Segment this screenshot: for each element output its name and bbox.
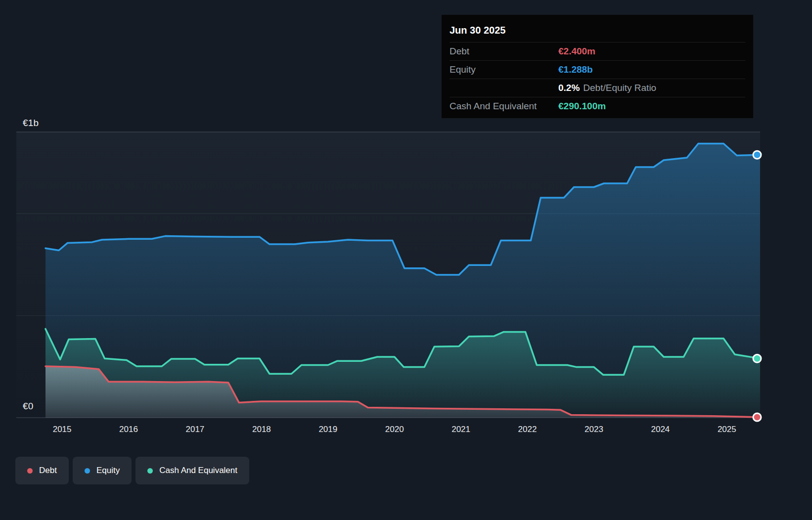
debt-legend-dot-icon [27, 468, 33, 474]
tooltip-equity-value: €1.288b [558, 64, 593, 75]
x-axis-label: 2018 [252, 425, 271, 434]
legend-cash-label: Cash And Equivalent [159, 466, 237, 476]
x-axis-label: 2023 [585, 425, 603, 434]
chart-legend: Debt Equity Cash And Equivalent [15, 457, 249, 484]
legend-item-cash[interactable]: Cash And Equivalent [135, 457, 249, 484]
chart-tooltip: Jun 30 2025 Debt €2.400m Equity €1.288b … [442, 15, 753, 118]
tooltip-equity-label: Equity [450, 64, 558, 75]
y-axis-label-1b: €1b [23, 118, 39, 129]
tooltip-row-ratio: 0.2% Debt/Equity Ratio [450, 79, 745, 97]
tooltip-row-cash: Cash And Equivalent €290.100m [450, 97, 745, 115]
tooltip-ratio-value: 0.2% [558, 83, 580, 93]
x-axis-label: 2015 [53, 425, 72, 434]
x-axis-label: 2016 [119, 425, 138, 434]
x-axis-label: 2019 [318, 425, 337, 434]
legend-item-debt[interactable]: Debt [15, 457, 69, 484]
tooltip-debt-value: €2.400m [558, 46, 595, 57]
legend-debt-label: Debt [39, 466, 57, 476]
legend-item-equity[interactable]: Equity [73, 457, 132, 484]
x-axis-label: 2021 [451, 425, 470, 434]
tooltip-date: Jun 30 2025 [450, 21, 745, 42]
tooltip-ratio-text: Debt/Equity Ratio [583, 83, 656, 93]
tooltip-row-debt: Debt €2.400m [450, 42, 745, 60]
tooltip-cash-value: €290.100m [558, 101, 606, 112]
x-axis-label: 2022 [518, 425, 537, 434]
cash-legend-dot-icon [147, 468, 153, 474]
x-axis-label: 2024 [651, 425, 670, 434]
x-axis-label: 2025 [718, 425, 736, 434]
x-axis-label: 2020 [385, 425, 404, 434]
tooltip-cash-label: Cash And Equivalent [450, 101, 558, 112]
y-axis-label-0: €0 [23, 401, 34, 412]
x-axis-label: 2017 [185, 425, 204, 434]
equity-legend-dot-icon [85, 468, 90, 474]
tooltip-debt-label: Debt [450, 46, 558, 57]
legend-equity-label: Equity [96, 466, 120, 476]
tooltip-row-equity: Equity €1.288b [450, 60, 745, 79]
